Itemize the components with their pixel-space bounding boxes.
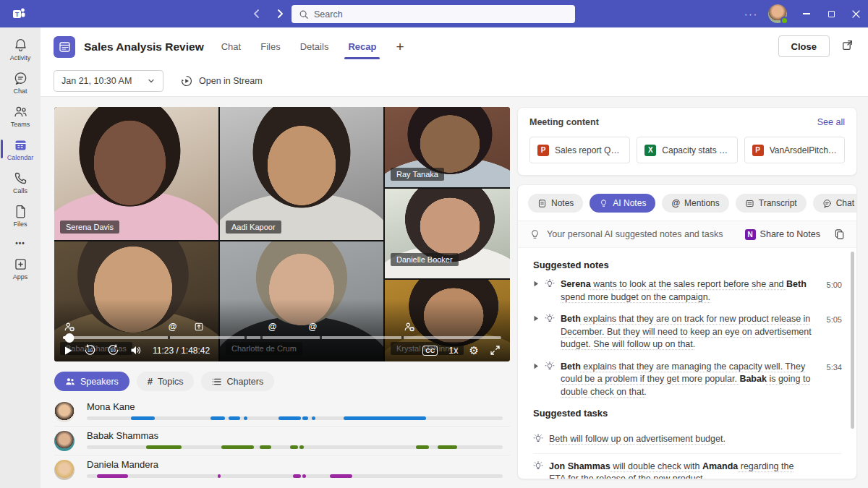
ai-banner-text: Your personal AI suggested notes and tas… (547, 229, 723, 239)
sidebar-item-teams[interactable]: Teams (0, 99, 41, 132)
panel-tab-transcript[interactable]: Transcript (736, 194, 807, 213)
titlebar-more-button[interactable]: ··· (734, 9, 768, 20)
speech-segment[interactable] (278, 416, 300, 420)
nav-back-icon[interactable] (252, 7, 262, 21)
note-timestamp[interactable]: 5:34 (827, 361, 842, 373)
timeline-marker-at[interactable]: @ (309, 322, 318, 332)
panel-tab-mentions[interactable]: @Mentions (662, 194, 728, 213)
speech-segment[interactable] (221, 445, 254, 449)
speech-segment[interactable] (244, 416, 247, 420)
nav-forward-icon[interactable] (275, 7, 285, 21)
tab-files[interactable]: Files (260, 29, 280, 64)
file-chip[interactable]: PVanArsdelPitchDe... (744, 137, 845, 163)
tab-recap[interactable]: Recap (348, 29, 376, 64)
play-button[interactable] (64, 346, 73, 356)
meeting-content-title: Meeting content (529, 117, 599, 127)
volume-button[interactable] (130, 345, 142, 356)
speaker-timeline-track[interactable] (87, 474, 503, 478)
panel-tab-ai-notes[interactable]: AI Notes (590, 194, 655, 213)
speech-segment[interactable] (97, 474, 128, 478)
sidebar-item-activity[interactable]: Activity (0, 33, 41, 66)
ai-sparkle-icon (545, 361, 555, 372)
lightbulb-icon (529, 229, 540, 240)
participant-name-tag: Aadi Kapoor (226, 221, 281, 234)
rail-more-button[interactable]: ••• (15, 232, 25, 252)
panel-tab-label: AI Notes (613, 198, 646, 208)
speech-segment[interactable] (131, 416, 155, 420)
timeline-marker-person-add[interactable] (64, 322, 75, 332)
filter-pill-chapters[interactable]: Chapters (201, 372, 274, 391)
speech-segment[interactable] (260, 445, 271, 449)
note-timestamp[interactable]: 5:00 (827, 278, 842, 291)
panel-tab-chat[interactable]: Chat (813, 194, 857, 213)
file-chip[interactable]: PSales report Q4... (529, 137, 630, 163)
sidebar-item-calls[interactable]: Calls (0, 166, 41, 199)
fullscreen-button[interactable] (490, 345, 501, 356)
speech-segment[interactable] (146, 445, 182, 449)
speech-segment[interactable] (218, 474, 221, 478)
popout-icon[interactable] (841, 39, 854, 51)
speech-segment[interactable] (330, 474, 352, 478)
expand-caret-icon[interactable] (533, 363, 539, 369)
speech-segment[interactable] (416, 445, 429, 449)
sidebar-item-label: Files (13, 221, 27, 228)
tab-chat[interactable]: Chat (221, 29, 241, 64)
calendar-icon (13, 137, 28, 153)
notes-scrollbar[interactable] (851, 252, 854, 429)
speech-segment[interactable] (290, 445, 297, 449)
sidebar-item-chat[interactable]: Chat (0, 66, 41, 99)
note-timestamp[interactable]: 5:05 (827, 313, 842, 325)
speech-segment[interactable] (210, 416, 225, 420)
speaker-timeline-track[interactable] (87, 445, 503, 449)
onenote-icon: N (745, 229, 756, 240)
speech-segment[interactable] (438, 445, 456, 449)
sidebar-item-files[interactable]: Files (0, 199, 41, 232)
timeline-marker-share-box[interactable] (194, 322, 204, 332)
window-maximize-button[interactable] (819, 0, 843, 27)
timeline-marker-at[interactable]: @ (268, 322, 277, 332)
playback-speed-button[interactable]: 1x (448, 346, 458, 356)
copy-icon[interactable] (834, 228, 845, 240)
participant-tile: Serena Davis (54, 107, 218, 240)
speech-segment[interactable] (293, 474, 300, 478)
open-in-stream-button[interactable]: Open in Stream (181, 75, 263, 87)
close-button[interactable]: Close (778, 35, 830, 57)
speech-segment[interactable] (299, 445, 303, 449)
tab-details[interactable]: Details (300, 29, 329, 64)
page-header: Sales Analysis Review ChatFilesDetailsRe… (41, 27, 868, 66)
expand-caret-icon[interactable] (533, 281, 539, 287)
filter-pill-speakers[interactable]: Speakers (54, 372, 129, 391)
file-chip[interactable]: XCapacity stats list... (637, 137, 737, 163)
skip-forward-10-button[interactable]: 10 (107, 344, 119, 356)
see-all-link[interactable]: See all (817, 117, 845, 127)
timeline-marker-person-add[interactable] (404, 322, 414, 332)
speech-segment[interactable] (229, 416, 241, 420)
speech-segment[interactable] (312, 416, 315, 420)
notes-list: Suggested notes Serena wants to look at … (518, 248, 856, 479)
meeting-date-selector[interactable]: Jan 21, 10:30 AM (54, 70, 163, 92)
expand-caret-icon[interactable] (533, 315, 539, 322)
file-icon (13, 204, 28, 219)
settings-gear-icon[interactable]: ⚙ (469, 345, 479, 356)
video-player[interactable]: Serena DavisAadi KapoorRay TanakaDaniell… (54, 107, 510, 361)
teams-logo-icon: T (12, 7, 26, 21)
search-input[interactable]: Search (292, 5, 575, 23)
share-to-notes-button[interactable]: N Share to Notes (745, 229, 820, 240)
speech-segment[interactable] (302, 474, 306, 478)
add-tab-button[interactable]: + (396, 27, 404, 67)
captions-button[interactable]: CC (422, 346, 438, 356)
panel-tab-notes[interactable]: Notes (528, 194, 583, 213)
speech-segment[interactable] (302, 416, 308, 420)
skip-back-10-button[interactable]: 10 (84, 344, 96, 356)
speaker-avatar (54, 402, 75, 422)
speaker-timeline-track[interactable] (87, 416, 503, 420)
window-close-button[interactable] (843, 0, 868, 27)
file-name: VanArsdelPitchDe... (770, 145, 837, 155)
speech-segment[interactable] (344, 416, 426, 420)
timeline-marker-at[interactable]: @ (169, 322, 177, 332)
window-minimize-button[interactable] (794, 0, 819, 27)
sidebar-item-apps[interactable]: Apps (0, 252, 41, 285)
filter-pill-topics[interactable]: #Topics (137, 372, 195, 391)
sidebar-item-calendar[interactable]: Calendar (0, 132, 41, 166)
user-avatar[interactable] (768, 4, 787, 23)
